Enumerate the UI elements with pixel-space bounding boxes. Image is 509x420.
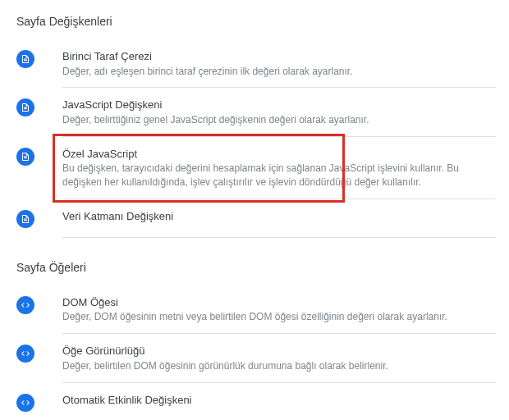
- item-title: Veri Katmanı Değişkeni: [62, 209, 496, 224]
- item-description: Değer, adı eşleşen birinci taraf çerezin…: [62, 65, 496, 79]
- variable-type-item[interactable]: Özel JavaScriptBu değişken, tarayıcıdaki…: [16, 137, 509, 199]
- variable-type-item[interactable]: Veri Katmanı Değişkeni: [16, 199, 509, 238]
- item-body: Öğe GörünürlüğüDeğer, belirtilen DOM öğe…: [62, 344, 509, 372]
- item-body: JavaScript DeğişkeniDeğer, belirttiğiniz…: [62, 98, 509, 126]
- item-list: Birinci Taraf ÇereziDeğer, adı eşleşen b…: [16, 39, 509, 238]
- item-title: JavaScript Değişkeni: [62, 98, 496, 112]
- icon-wrap: [16, 209, 62, 228]
- icon-wrap: [16, 344, 62, 363]
- icon-wrap: [16, 295, 62, 314]
- variable-type-item[interactable]: JavaScript DeğişkeniDeğer, belirttiğiniz…: [16, 88, 509, 136]
- icon-wrap: [16, 393, 62, 412]
- item-description: Değer, belirtilen DOM öğesinin görünürlü…: [62, 359, 496, 373]
- page-icon: [16, 50, 34, 68]
- item-body: Birinci Taraf ÇereziDeğer, adı eşleşen b…: [62, 49, 509, 78]
- item-body: Özel JavaScriptBu değişken, tarayıcıdaki…: [62, 147, 509, 189]
- item-body: DOM ÖğesiDeğer, DOM öğesinin metni veya …: [62, 295, 509, 324]
- item-description: Değer, DOM öğesinin metni veya belirtile…: [62, 310, 496, 324]
- section-title: Sayfa Değişkenleri: [16, 15, 509, 28]
- variable-type-item[interactable]: DOM ÖğesiDeğer, DOM öğesinin metni veya …: [16, 285, 509, 334]
- item-title: Otomatik Etkinlik Değişkeni: [62, 393, 496, 408]
- page-icon: [16, 148, 34, 166]
- section-title: Sayfa Öğeleri: [16, 261, 509, 274]
- code-icon: [16, 296, 34, 314]
- item-description: Bu değişken, tarayıcıdaki değerini hesap…: [62, 162, 496, 189]
- variable-type-item[interactable]: Öğe GörünürlüğüDeğer, belirtilen DOM öğe…: [16, 334, 509, 382]
- item-description: Değer, belirttiğiniz genel JavaScript de…: [62, 113, 496, 127]
- item-list: DOM ÖğesiDeğer, DOM öğesinin metni veya …: [16, 285, 509, 420]
- item-body: Otomatik Etkinlik Değişkeni: [62, 393, 509, 408]
- item-title: Özel JavaScript: [62, 147, 496, 162]
- page-icon: [16, 210, 34, 228]
- item-title: Öğe Görünürlüğü: [62, 344, 496, 358]
- code-icon: [16, 345, 34, 363]
- section-1: Sayfa ÖğeleriDOM ÖğesiDeğer, DOM öğesini…: [16, 261, 509, 420]
- icon-wrap: [16, 98, 62, 116]
- item-body: Veri Katmanı Değişkeni: [62, 209, 509, 224]
- divider: [62, 237, 496, 238]
- variable-type-item[interactable]: Birinci Taraf ÇereziDeğer, adı eşleşen b…: [16, 39, 509, 88]
- icon-wrap: [16, 147, 62, 166]
- item-title: Birinci Taraf Çerezi: [62, 49, 496, 64]
- page-icon: [16, 98, 34, 116]
- variable-type-item[interactable]: Otomatik Etkinlik Değişkeni: [16, 383, 509, 420]
- section-0: Sayfa DeğişkenleriBirinci Taraf ÇereziDe…: [16, 15, 509, 238]
- icon-wrap: [16, 49, 62, 68]
- code-icon: [16, 394, 34, 412]
- item-title: DOM Öğesi: [62, 295, 496, 310]
